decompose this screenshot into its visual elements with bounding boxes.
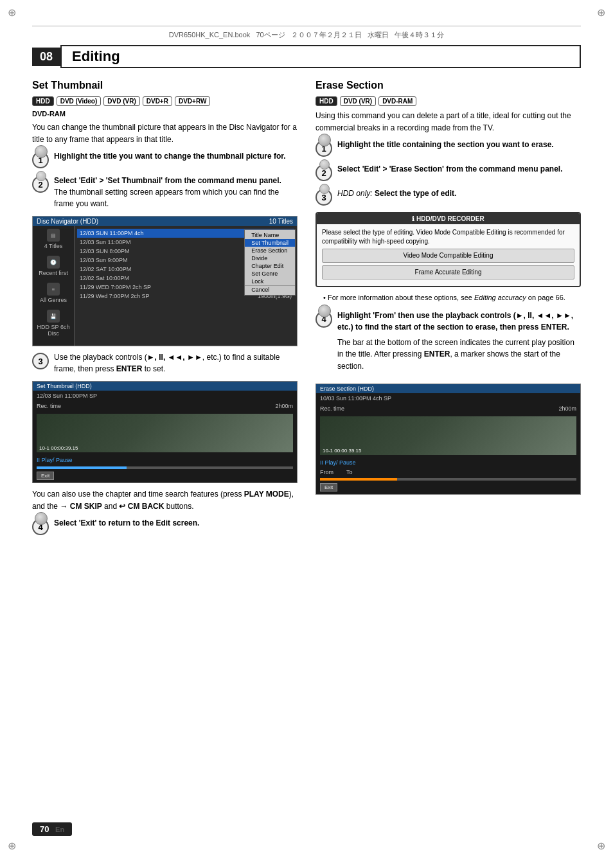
menu-set-genre: Set Genre [245, 270, 295, 278]
step-2-content: Select 'Edit' > 'Set Thumbnail' from the… [54, 175, 298, 209]
row-5-date: 12/02 SAT 10:00PM [80, 266, 131, 272]
page-lang: En [55, 826, 64, 833]
set-thumbnail-badges: HDD DVD (Video) DVD (VR) DVD+R DVD+RW [32, 96, 298, 106]
erase-exit-btn[interactable]: Exit [320, 483, 337, 492]
dvd-ram-label: DVD-RAM [32, 110, 298, 118]
chapter-title: Editing [60, 45, 581, 68]
thumb-exit-row: Exit [33, 470, 297, 483]
frame-accurate-btn[interactable]: Frame Accurate Editing [322, 265, 574, 279]
erase-step-4: 4 Highlight 'From' then use the playback… [315, 310, 581, 378]
step-2-circle: 2 [32, 176, 49, 193]
editing-accuracy-note: For more information about these options… [323, 292, 581, 303]
step-1-text: Highlight the title you want to change t… [54, 152, 286, 161]
erase-progress-fill [320, 478, 397, 481]
thumb-progress-fill [37, 466, 127, 469]
disc-nav-screenshot: Disc Navigator (HDD) 10 Titles ▤ 4 Title… [32, 216, 298, 346]
sidebar-item-genres: ≡ All Genres [35, 283, 71, 303]
step-2-bold: Select 'Edit' > 'Set Thumbnail' from the… [54, 176, 281, 185]
erase-badges: HDD DVD (VR) DVD-RAM [315, 96, 581, 106]
erase-step-2-content: Select 'Edit' > 'Erase Section' from the… [337, 163, 581, 175]
erase-step-3-bold: Select the type of edit. [375, 189, 456, 198]
step-4-content: Select 'Exit' to return to the Edit scre… [54, 517, 298, 529]
step-3-content: Use the playback controls (►, II, ◄◄, ►►… [54, 351, 298, 375]
row-1-date: 12/03 SUN 11:00PM 4ch [80, 230, 144, 236]
erase-title-bar: Erase Section (HDD) [316, 384, 580, 393]
badge-dvdplusr: DVD+R [143, 96, 172, 106]
erase-section-screenshot: Erase Section (HDD) 10/03 Sun 11:00PM 4c… [315, 384, 581, 495]
sidebar-icon-4titles: ▤ [47, 229, 60, 242]
erase-status: II Play/ Pause [320, 459, 356, 466]
chapter-header: 08 Editing [32, 45, 581, 68]
thumb-body: 12/03 Sun 11:00PM SP Rec. time 2h00m 10-… [33, 391, 297, 483]
erase-step-3: 3 HDD only: Select the type of edit. [315, 188, 581, 206]
meta-line: DVR650HK_KC_EN.book 70ページ ２００７年２月２１日 水曜日… [32, 26, 581, 40]
disc-nav-title-bar: Disc Navigator (HDD) 10 Titles [33, 217, 297, 226]
erase-step-1-content: Highlight the title containing the secti… [337, 139, 581, 150]
hdd-dvd-recorder-box: ℹ HDD/DVD RECORDER Please select the typ… [315, 212, 581, 287]
erase-step-1-circle: 1 [315, 140, 332, 157]
menu-lock: Lock [245, 278, 295, 285]
info-box-body: Please select the type of editing. Video… [317, 224, 580, 286]
badge-dvdplusrw: DVD+RW [175, 96, 210, 106]
erase-to-label: To [346, 469, 353, 475]
erase-body: 10/03 Sun 11:00PM 4ch SP Rec. time 2h00m… [316, 393, 580, 494]
erase-image-area: 10-1 00:00:39.15 [320, 416, 576, 455]
step-4-circle: 4 [32, 518, 49, 535]
info-box-header: ℹ HDD/DVD RECORDER [317, 213, 580, 224]
thumb-date: 12/03 Sun 11:00PM SP [37, 393, 97, 399]
erase-step-3-circle: 3 [315, 189, 332, 206]
menu-divide: Divide [245, 254, 295, 262]
menu-chapter-edit: Chapter Edit [245, 262, 295, 270]
disc-nav-title: Disc Navigator (HDD) [37, 218, 98, 225]
thumb-status-row: II Play/ Pause [33, 455, 297, 465]
set-thumbnail-screenshot: Set Thumbnail (HDD) 12/03 Sun 11:00PM SP… [32, 381, 298, 483]
reg-mark-tl: ⊕ [8, 6, 16, 19]
also-text: You can also use the chapter and time se… [32, 488, 298, 512]
thumb-exit-btn[interactable]: Exit [37, 472, 54, 480]
thumb-info-row-2: Rec. time 2h00m [33, 401, 297, 411]
sidebar-icon-genres: ≡ [47, 283, 60, 296]
erase-date: 10/03 Sun 11:00PM 4ch SP [320, 395, 391, 402]
menu-set-thumbnail: Set Thumbnail [245, 239, 295, 247]
info-header-icon: ℹ [412, 215, 414, 222]
sidebar-item-hdd: 💾 HDD SP 6ch Disc [35, 310, 71, 337]
context-menu: Title Name Set Thumbnail Erase Section D… [244, 229, 296, 296]
row-2-date: 12/03 Sun 11:00PM [80, 239, 131, 245]
erase-step-3-italic: HDD only: [337, 189, 373, 198]
erase-step-1-text: Highlight the title containing the secti… [337, 140, 554, 149]
step-4-left: 4 Select 'Exit' to return to the Edit sc… [32, 517, 298, 535]
thumb-title-bar: Set Thumbnail (HDD) [33, 382, 297, 391]
thumb-rec-val: 2h00m [275, 403, 293, 409]
erase-date-row: 10/03 Sun 11:00PM 4ch SP [316, 393, 580, 403]
set-thumbnail-intro: You can change the thumbnail picture tha… [32, 121, 298, 145]
reg-mark-br: ⊕ [597, 840, 605, 852]
erase-rec-val: 2h00m [558, 405, 576, 412]
step-1: 1 Highlight the title you want to change… [32, 150, 298, 168]
erase-badge-dvd-ram: DVD-RAM [378, 96, 416, 106]
erase-progress-bar [320, 478, 576, 481]
erase-badge-dvd-vr: DVD (VR) [340, 96, 376, 106]
thumb-status: II Play/ Pause [37, 457, 73, 463]
badge-hdd: HDD [32, 96, 54, 106]
thumb-image-area: 10-1 00:00:39.15 [37, 414, 293, 452]
row-4-date: 12/03 Sun 9:00PM [80, 257, 128, 263]
erase-step-2-text: Select 'Edit' > 'Erase Section' from the… [337, 164, 563, 173]
erase-status-row: II Play/ Pause [316, 457, 580, 468]
erase-section-title: Erase Section [315, 80, 581, 91]
erase-screen-title: Erase Section (HDD) [320, 385, 374, 392]
erase-step-4-text: Highlight 'From' then use the playback c… [337, 311, 573, 332]
thumb-rec-label: Rec. time [37, 403, 61, 409]
step-1-content: Highlight the title you want to change t… [54, 150, 298, 162]
badge-dvd-video: DVD (Video) [57, 96, 102, 106]
reg-mark-tr: ⊕ [597, 6, 605, 19]
erase-rec-label: Rec. time [320, 405, 344, 412]
erase-from-to-row: From To [316, 468, 580, 477]
step-3-text: Use the playback controls (►, II, ◄◄, ►►… [54, 353, 280, 373]
thumb-title: Set Thumbnail (HDD) [37, 383, 92, 389]
left-column: Set Thumbnail HDD DVD (Video) DVD (VR) D… [32, 80, 298, 542]
erase-exit-row: Exit [316, 482, 580, 494]
chapter-number: 08 [32, 48, 60, 66]
sidebar-item-4titles: ▤ 4 Titles [35, 229, 71, 249]
video-mode-btn[interactable]: Video Mode Compatible Editing [322, 249, 574, 263]
menu-title-name: Title Name [245, 231, 295, 239]
